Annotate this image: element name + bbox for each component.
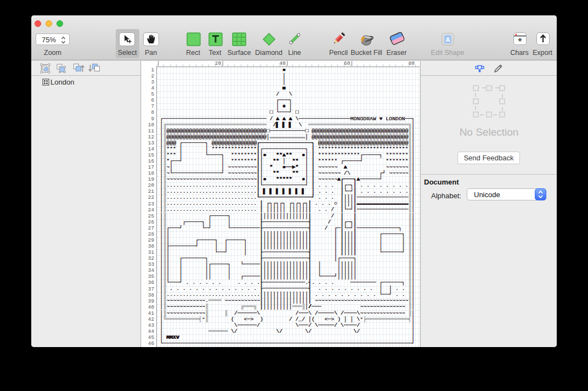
- svg-text:*: *: [518, 36, 522, 45]
- svg-text:A: A: [446, 36, 450, 43]
